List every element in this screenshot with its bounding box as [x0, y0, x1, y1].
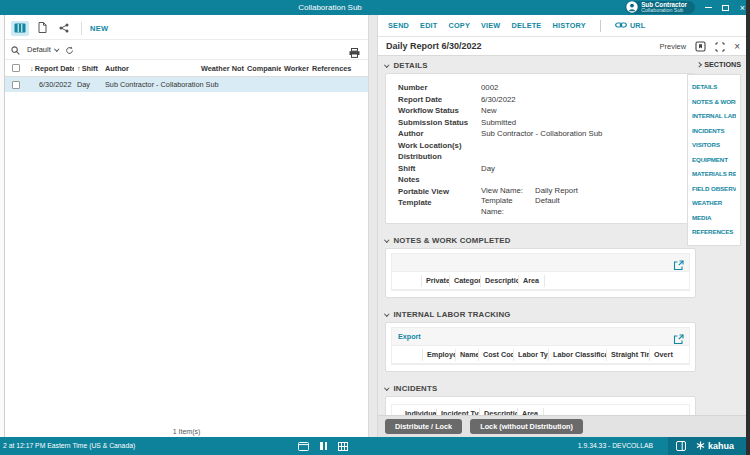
pvt-view-name-label: View Name: [481, 186, 535, 197]
field-label: Author [398, 128, 481, 140]
sections-link-details[interactable]: DETAILS [692, 80, 736, 95]
delete-button[interactable]: DELETE [511, 21, 541, 30]
window-controls: × [703, 0, 748, 15]
record-body: DETAILS Number0002 Report Date6/30/2022 … [378, 56, 746, 437]
chevron-right-icon [696, 62, 701, 67]
column-header-workers[interactable]: Workers [281, 64, 309, 73]
sections-link-notes[interactable]: NOTES & WORK COMP... [692, 95, 736, 110]
lock-without-distribution-button[interactable]: Lock (without Distribution) [470, 419, 583, 434]
field-value [481, 151, 695, 163]
url-button[interactable]: URL [615, 21, 646, 31]
panel-splitter[interactable] [368, 15, 378, 437]
pvt-template-name-label: Template Name: [481, 196, 535, 217]
column-header-weather-notes[interactable]: Weather Notes [198, 64, 244, 73]
popout-icon[interactable] [673, 331, 684, 349]
sections-link-labor[interactable]: INTERNAL LABOR TRA... [692, 109, 736, 124]
pause-icon[interactable] [320, 442, 327, 450]
record-action-bar: SEND EDIT COPY VIEW DELETE HISTORY URL [378, 15, 746, 37]
field-value: New [481, 105, 695, 117]
new-button[interactable]: NEW [90, 24, 108, 33]
sections-link-equipment[interactable]: EQUIPMENT [692, 153, 736, 168]
grid-view-icon [14, 19, 26, 37]
sort-asc-icon: ↑ [77, 64, 81, 73]
view-selector-value: Default [27, 45, 51, 54]
copy-button[interactable]: COPY [449, 21, 470, 30]
close-detail-button[interactable]: × [734, 42, 740, 52]
sections-card: DETAILS NOTES & WORK COMP... INTERNAL LA… [687, 74, 741, 246]
column-header-shift[interactable]: ↑Shift [74, 64, 102, 73]
notes-header-row: Private Category Description Area [392, 272, 689, 290]
column-header-references[interactable]: References [309, 64, 355, 73]
minimize-button[interactable] [703, 2, 714, 13]
collapse-icon [384, 62, 389, 67]
cell-report-date: 6/30/2022 [27, 80, 74, 89]
field-label: Work Location(s) [398, 140, 481, 152]
kahua-logo: kahua [696, 441, 734, 452]
checkbox-icon [12, 64, 20, 72]
row-checkbox[interactable] [5, 81, 27, 89]
field-label-portable-view-template: Portable View Template [398, 186, 481, 218]
view-button[interactable]: VIEW [481, 21, 500, 30]
grid-view-button[interactable] [11, 21, 29, 36]
document-view-button[interactable] [33, 21, 51, 36]
apps-grid-icon[interactable] [338, 437, 348, 455]
share-icon [59, 19, 69, 37]
expand-button[interactable] [715, 38, 725, 56]
pvt-template-name-value: Default [535, 196, 560, 217]
cell-shift: Day [74, 80, 102, 89]
field-value: Sub Contractor - Collaboration Sub [481, 128, 695, 140]
collapse-icon [384, 311, 389, 316]
field-value: 6/30/2022 [481, 94, 695, 106]
print-button[interactable] [349, 44, 360, 62]
details-card: Number0002 Report Date6/30/2022 Workflow… [385, 73, 696, 224]
field-label: Shift [398, 163, 481, 175]
table-row[interactable]: 6/30/2022 Day Sub Contractor - Collabora… [5, 77, 368, 92]
send-button[interactable]: SEND [388, 21, 409, 30]
sections-link-materials[interactable]: MATERIALS RECEIVED [692, 167, 736, 182]
sections-link-references[interactable]: REFERENCES [692, 225, 736, 240]
refresh-button[interactable] [65, 41, 74, 59]
search-icon[interactable] [11, 41, 20, 59]
restore-button[interactable] [720, 2, 731, 13]
sections-link-incidents[interactable]: INCIDENTS [692, 124, 736, 139]
user-menu[interactable]: Sub Contractor Collaboration Sub [625, 1, 695, 14]
section-header-incidents[interactable]: INCIDENTS [385, 381, 696, 396]
history-button[interactable]: HISTORY [552, 21, 585, 30]
statusbar: 2 at 12:17 PM Eastern Time (US & Canada)… [0, 437, 750, 455]
sections-link-field-observations[interactable]: FIELD OBSERVATIONS [692, 182, 736, 197]
section-header-details[interactable]: DETAILS [385, 58, 696, 73]
edit-button[interactable]: EDIT [420, 21, 437, 30]
sections-link-weather[interactable]: WEATHER [692, 196, 736, 211]
minimize-icon [705, 7, 712, 8]
field-label: Submission Status [398, 117, 481, 129]
collapse-icon [384, 385, 389, 390]
user-context: Collaboration Sub [641, 8, 687, 14]
window-panel-icon[interactable] [298, 437, 309, 455]
link-icon [615, 21, 627, 31]
preview-pane-button[interactable] [695, 38, 706, 56]
section-header-notes[interactable]: NOTES & WORK COMPLETED [385, 233, 696, 248]
dock-icon[interactable] [676, 437, 686, 455]
distribute-lock-button[interactable]: Distribute / Lock [385, 419, 462, 434]
notes-col-private: Private [422, 275, 450, 287]
list-toolbar: NEW [5, 15, 368, 40]
popout-icon[interactable] [673, 257, 684, 275]
titlebar: Collaboration Sub Sub Contractor Collabo… [0, 0, 750, 15]
sections-toggle[interactable]: SECTIONS [687, 58, 741, 71]
column-header-author[interactable]: Author [102, 64, 198, 73]
select-all-checkbox[interactable] [5, 64, 27, 72]
view-selector[interactable]: Default [27, 45, 58, 54]
column-header-report-date[interactable]: ↓Report Date [27, 64, 74, 73]
labor-col-cost-code: Cost Code [479, 349, 514, 361]
share-button[interactable] [55, 21, 73, 36]
export-button[interactable]: Export [398, 332, 421, 341]
notes-card: Private Category Description Area [385, 248, 696, 298]
kahua-gear-icon [696, 441, 705, 452]
sections-link-visitors[interactable]: VISITORS [692, 138, 736, 153]
window-right-edge [746, 0, 750, 455]
column-header-companies[interactable]: Companies [244, 64, 281, 73]
sections-link-media[interactable]: MEDIA [692, 211, 736, 226]
items-count: 1 Item(s) [5, 428, 368, 435]
section-header-labor[interactable]: INTERNAL LABOR TRACKING [385, 307, 696, 322]
labor-col-straight-time: Straight Time [607, 349, 650, 361]
